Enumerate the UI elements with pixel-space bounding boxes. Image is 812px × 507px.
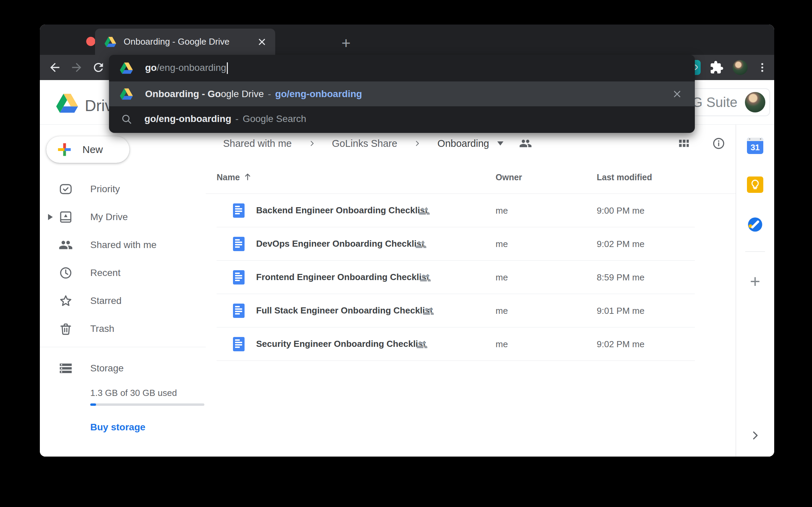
file-modified: 9:02 PM me (597, 239, 644, 249)
tab-bar: Onboarding - Google Drive + (40, 25, 774, 55)
storage-progress-bar (90, 403, 204, 406)
tab-title: Onboarding - Google Drive (124, 36, 257, 47)
keep-icon[interactable] (747, 176, 763, 193)
suggestion-engine: Google Search (243, 113, 306, 124)
file-modified: 9:00 PM me (597, 205, 644, 216)
sidebar-divider (40, 347, 206, 347)
calendar-day-label: 31 (747, 141, 763, 154)
file-owner: me (496, 239, 508, 249)
calendar-icon[interactable]: 31 (747, 138, 763, 154)
file-row[interactable]: Security Engineer Onboarding Checklist m… (206, 327, 736, 361)
add-side-panel-app-button[interactable]: + (748, 275, 763, 290)
google-doc-icon (233, 270, 245, 285)
remove-suggestion-icon[interactable] (672, 89, 683, 99)
drive-favicon-icon (105, 37, 116, 47)
sidebar-label: Starred (90, 295, 122, 306)
sidebar-item-priority[interactable]: Priority (40, 175, 206, 203)
browser-profile-avatar[interactable] (733, 60, 748, 75)
suggestion-dash: - (235, 113, 238, 124)
tab-close-icon[interactable] (257, 37, 267, 47)
sidebar-item-my-drive[interactable]: My Drive (40, 203, 206, 231)
gsuite-label: G Suite (692, 95, 737, 110)
file-name: DevOps Engineer Onboarding Checklist (256, 239, 424, 249)
drive-favicon-icon (120, 88, 133, 100)
file-name: Security Engineer Onboarding Checklist (256, 339, 426, 349)
google-plus-icon (57, 142, 72, 157)
buy-storage-link[interactable]: Buy storage (90, 422, 145, 433)
google-doc-icon (233, 337, 245, 351)
drive-page: Drive G Suite New (40, 80, 774, 457)
drive-sidebar: New Priority My Drive (40, 125, 206, 457)
info-icon[interactable] (712, 137, 725, 150)
omnibox-input-row[interactable]: go/eng-onboarding (109, 55, 695, 81)
file-name: Frontend Engineer Onboarding Checklist (256, 272, 430, 282)
file-modified: 9:01 PM me (597, 306, 644, 316)
breadcrumb-shared-with-me[interactable]: Shared with me (223, 138, 292, 149)
suggestion-dash: - (268, 89, 271, 99)
suggestion-url: go/eng-onboarding (275, 89, 362, 99)
chevron-right-icon (308, 140, 316, 147)
reload-icon[interactable] (92, 61, 105, 74)
shared-people-icon (416, 339, 428, 351)
shared-people-icon (419, 205, 430, 217)
text-cursor (227, 62, 228, 74)
priority-check-icon (59, 182, 73, 196)
column-header-name[interactable]: Name (217, 172, 240, 182)
omnibox-typed-text: go (145, 62, 157, 73)
close-window-button[interactable] (86, 37, 95, 46)
omnibox-dropdown: go/eng-onboarding Onboarding - Google Dr… (109, 55, 695, 133)
sidebar-label: Recent (90, 267, 121, 278)
new-button-label: New (82, 144, 103, 155)
collapse-panel-chevron-icon[interactable] (749, 430, 761, 441)
forward-icon[interactable] (70, 61, 83, 74)
back-icon[interactable] (48, 61, 62, 74)
suggestion-drive-link[interactable]: Onboarding - Google Drive-go/eng-onboard… (109, 81, 695, 106)
suggestion-google-search[interactable]: go/eng-onboarding-Google Search (109, 106, 695, 131)
file-row[interactable]: DevOps Engineer Onboarding Checklist me … (206, 227, 736, 261)
file-row[interactable]: Full Stack Engineer Onboarding Checklist… (206, 294, 736, 327)
google-doc-icon (233, 304, 245, 318)
new-button[interactable]: New (46, 136, 129, 163)
people-icon (59, 238, 73, 252)
tasks-icon[interactable] (747, 216, 764, 233)
column-header-modified[interactable]: Last modified (597, 172, 652, 182)
file-row[interactable]: Frontend Engineer Onboarding Checklist m… (206, 261, 736, 294)
search-icon (121, 113, 132, 125)
table-header: Name Owner Last modified (206, 162, 736, 194)
account-avatar[interactable] (745, 92, 765, 112)
file-list-panel: Shared with me GoLinks Share Onboarding (206, 125, 736, 457)
file-owner: me (496, 205, 508, 216)
breadcrumb-onboarding[interactable]: Onboarding (437, 138, 489, 149)
file-row[interactable]: Backend Engineer Onboarding Checklist me… (206, 194, 736, 227)
drive-logo-icon (56, 94, 78, 113)
storage-label: Storage (90, 363, 124, 374)
file-rows: Backend Engineer Onboarding Checklist me… (206, 194, 736, 361)
drive-favicon-icon (120, 62, 133, 74)
sort-ascending-arrow-icon[interactable] (243, 172, 253, 182)
sidebar-item-starred[interactable]: Starred (40, 287, 206, 315)
expand-caret-icon[interactable] (48, 214, 53, 220)
browser-window: Onboarding - Google Drive + (40, 25, 774, 457)
new-tab-button[interactable]: + (338, 35, 354, 51)
my-drive-icon (59, 210, 73, 224)
sidebar-item-shared-with-me[interactable]: Shared with me (40, 231, 206, 259)
breadcrumb-golinks-share[interactable]: GoLinks Share (332, 138, 397, 149)
sidebar-label: Shared with me (90, 240, 157, 250)
file-modified: 8:59 PM me (597, 272, 644, 283)
storage-icon (59, 361, 73, 375)
browser-tab[interactable]: Onboarding - Google Drive (95, 29, 275, 55)
folder-menu-caret-icon[interactable] (497, 141, 503, 145)
sidebar-label: My Drive (90, 212, 128, 222)
sidebar-item-storage[interactable]: Storage (40, 354, 206, 382)
browser-menu-kebab-icon[interactable] (756, 62, 768, 73)
sidebar-item-recent[interactable]: Recent (40, 259, 206, 287)
sidebar-item-trash[interactable]: Trash (40, 315, 206, 343)
storage-progress-fill (90, 403, 96, 406)
suggestion-query: go/eng-onboarding (144, 113, 231, 124)
google-doc-icon (233, 237, 245, 251)
file-name: Backend Engineer Onboarding Checklist (256, 205, 428, 216)
extensions-puzzle-icon[interactable] (709, 60, 724, 75)
column-header-owner[interactable]: Owner (496, 172, 522, 182)
omnibox-completion-text: /eng-onboarding (157, 62, 226, 73)
grid-view-icon[interactable] (677, 137, 691, 150)
